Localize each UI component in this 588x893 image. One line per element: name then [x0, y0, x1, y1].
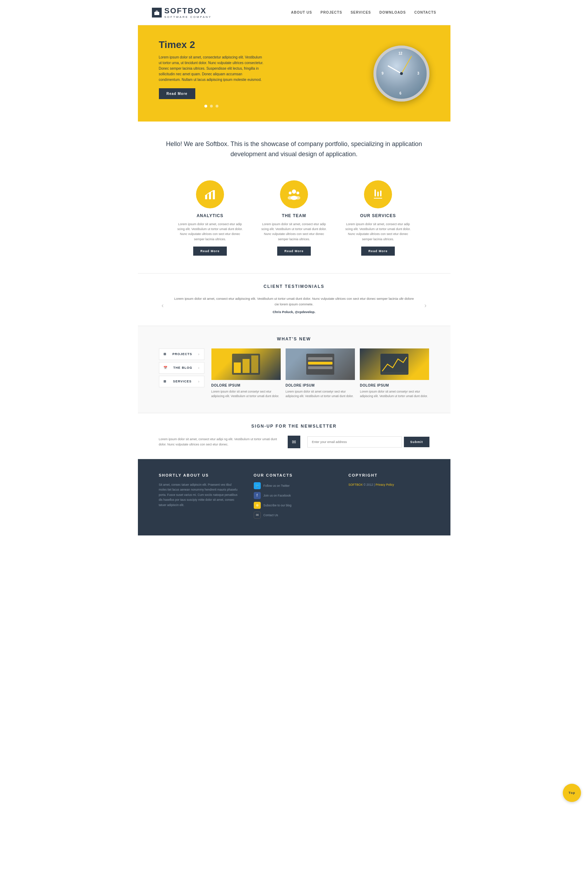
- analytics-title: ANALYTICS: [175, 213, 245, 218]
- clock-face: 12 3 6 9: [374, 45, 429, 102]
- nav-projects[interactable]: PROJECTS: [321, 11, 342, 14]
- nav-about-us[interactable]: ABOUT US: [291, 11, 312, 14]
- news-card-title-1: DOLORE IPSUM: [212, 383, 281, 387]
- svg-rect-27: [308, 366, 333, 369]
- features-section: ANALYTICS Lorem ipsum dolor sit amet, co…: [138, 170, 450, 274]
- rss-icon: ⊛: [254, 502, 261, 509]
- sidebar-item-blog[interactable]: 📅 THE BLOG ›: [159, 362, 204, 374]
- svg-rect-16: [375, 189, 376, 197]
- nav-services[interactable]: SERVICES: [351, 11, 371, 14]
- copyright-brand-link[interactable]: SOFTBOX: [349, 483, 363, 486]
- testimonial-inner: ‹ Lorem ipsum dolor sit amet, consect et…: [159, 296, 429, 315]
- hero-dot-2[interactable]: [210, 105, 213, 108]
- whats-new-title: WHAT'S NEW: [159, 337, 429, 341]
- svg-text:12: 12: [398, 51, 402, 55]
- footer-facebook[interactable]: f Join us on Facebook: [254, 492, 334, 499]
- hero-read-more-button[interactable]: Read More: [159, 88, 195, 99]
- whats-new-inner: ⊞ PROJECTS › 📅 THE BLOG › ⊞ SERVICES ›: [159, 349, 429, 399]
- news-image-2: [286, 349, 355, 380]
- logo: SOFTBOX SOFTWARE COMPANY: [152, 6, 212, 18]
- testimonials-title: CLIENT TESTIMONIALS: [159, 284, 429, 289]
- whats-new-cards: DOLORE IPSUM Lorem ipsum dolor sit amet …: [212, 349, 429, 399]
- news-card-3: DOLORE IPSUM Lorem ipsum dolor sit amet …: [360, 349, 429, 399]
- svg-rect-18: [380, 191, 381, 197]
- sidebar-item-projects[interactable]: ⊞ PROJECTS ›: [159, 349, 204, 360]
- news-card-title-2: DOLORE IPSUM: [286, 383, 355, 387]
- testimonial-prev-button[interactable]: ‹: [159, 302, 166, 309]
- hero-text: Lorem ipsum dolor sit amet, consectetur …: [159, 55, 264, 83]
- twitter-label: Follow us on Twitter: [264, 484, 290, 487]
- projects-label: PROJECTS: [172, 352, 192, 356]
- svg-rect-23: [251, 355, 258, 373]
- footer-copyright-title: COPYRIGHT: [349, 473, 429, 477]
- svg-point-12: [297, 192, 299, 194]
- footer-about: SHORTLY ABOUT US Sit amet, consec tatuer…: [159, 473, 240, 522]
- svg-point-10: [292, 189, 296, 194]
- nav-downloads[interactable]: DOWNLOADS: [380, 11, 406, 14]
- projects-arrow-icon: ›: [198, 352, 200, 356]
- svg-point-11: [289, 192, 291, 194]
- svg-text:9: 9: [381, 71, 384, 75]
- logo-subtitle: SOFTWARE COMPANY: [165, 15, 212, 18]
- svg-rect-2: [156, 10, 158, 12]
- analytics-read-more-button[interactable]: Read More: [193, 247, 226, 256]
- hero-dot-1[interactable]: [204, 105, 207, 108]
- newsletter-email-input[interactable]: [307, 436, 402, 448]
- svg-rect-17: [377, 192, 379, 197]
- svg-text:3: 3: [417, 71, 419, 75]
- hero-content: Timex 2 Lorem ipsum dolor sit amet, cons…: [159, 39, 264, 108]
- privacy-policy-link[interactable]: Privacy Policy: [375, 483, 394, 486]
- hero-dots: [159, 105, 264, 108]
- svg-rect-26: [308, 362, 333, 365]
- copyright-text: SOFTBOX © 2012 | Privacy Policy: [349, 482, 429, 487]
- team-read-more-button[interactable]: Read More: [277, 247, 310, 256]
- footer-about-title: SHORTLY ABOUT US: [159, 473, 240, 477]
- services-icon-circle: [364, 180, 392, 208]
- team-icon-circle: [280, 180, 308, 208]
- analytics-icon-circle: [196, 180, 224, 208]
- svg-rect-25: [308, 357, 333, 360]
- news-card-2: DOLORE IPSUM Lorem ipsum dolor sit amet …: [286, 349, 355, 399]
- newsletter-section: SIGN-UP FOR THE NEWSLETTER Lorem ipsum d…: [138, 413, 450, 459]
- services-desc: Lorem ipsum dolor sit amet, consect etur…: [343, 222, 413, 242]
- feature-analytics: ANALYTICS Lorem ipsum dolor sit amet, co…: [175, 180, 245, 256]
- hero-dot-3[interactable]: [216, 105, 218, 108]
- testimonial-next-button[interactable]: ›: [422, 302, 429, 309]
- svg-text:6: 6: [399, 92, 402, 95]
- blog-calendar-icon: 📅: [164, 366, 168, 370]
- newsletter-title: SIGN-UP FOR THE NEWSLETTER: [159, 424, 429, 428]
- mail-icon: ✉: [254, 512, 261, 519]
- svg-point-14: [288, 196, 292, 200]
- news-card-text-2: Lorem ipsum dolor sit amet consetyr sect…: [286, 389, 355, 399]
- intro-text: Hello! We are Softbox. This is the showc…: [166, 139, 423, 159]
- analytics-desc: Lorem ipsum dolor sit amet, consect etur…: [175, 222, 245, 242]
- footer-contacts: OUR CONTACTS 🐦 Follow us on Twitter f Jo…: [254, 473, 334, 522]
- news-card-1: DOLORE IPSUM Lorem ipsum dolor sit amet …: [212, 349, 281, 399]
- testimonial-author: Chris Poluck, @cpdevelop.: [172, 309, 416, 315]
- nav-contacts[interactable]: CONTACTS: [414, 11, 436, 14]
- hero-clock: 12 3 6 9: [374, 45, 429, 102]
- logo-text: SOFTBOX: [165, 6, 207, 15]
- newsletter-mail-icon: ✉: [288, 436, 300, 448]
- team-title: THE TEAM: [259, 213, 329, 218]
- news-card-text-3: Lorem ipsum dolor sit amet consetyr sect…: [360, 389, 429, 399]
- newsletter-submit-button[interactable]: Submit: [404, 437, 429, 447]
- footer-twitter[interactable]: 🐦 Follow us on Twitter: [254, 482, 334, 489]
- main-nav: ABOUT US PROJECTS SERVICES DOWNLOADS CON…: [291, 11, 436, 14]
- feature-the-team: THE TEAM Lorem ipsum dolor sit amet, con…: [259, 180, 329, 256]
- news-image-1: [212, 349, 281, 380]
- newsletter-inner: Lorem ipsum dolor sit amet, consect etur…: [159, 436, 429, 448]
- sidebar-item-services[interactable]: ⊞ SERVICES ›: [159, 376, 204, 387]
- footer-contacts-title: OUR CONTACTS: [254, 473, 334, 477]
- feature-our-services: OUR SERVICES Lorem ipsum dolor sit amet,…: [343, 180, 413, 256]
- rss-label: Subscribe to our blog: [264, 504, 291, 507]
- footer-rss[interactable]: ⊛ Subscribe to our blog: [254, 502, 334, 509]
- svg-point-15: [296, 196, 300, 200]
- news-card-text-1: Lorem ipsum dolor sit amet consetyr sect…: [212, 389, 281, 399]
- footer-contact-us[interactable]: ✉ Contact Us: [254, 512, 334, 519]
- footer-inner: SHORTLY ABOUT US Sit amet, consec tatuer…: [159, 473, 429, 522]
- services-read-more-button[interactable]: Read More: [361, 247, 394, 256]
- svg-rect-9: [213, 190, 215, 199]
- svg-rect-21: [234, 362, 241, 373]
- logo-icon: [152, 8, 162, 18]
